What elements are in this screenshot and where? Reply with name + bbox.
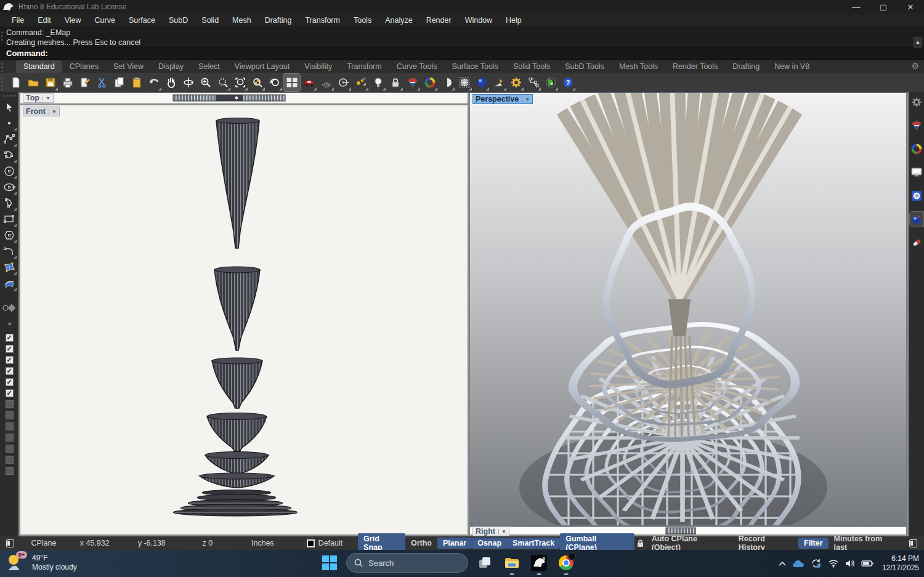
layer-checkbox[interactable]: ✓ (6, 367, 14, 375)
viewport-layout-icon[interactable] (283, 74, 300, 91)
file-explorer-icon[interactable] (501, 552, 522, 573)
tab-set-view[interactable]: Set View (106, 60, 151, 73)
menu-curve[interactable]: Curve (88, 15, 122, 26)
layer-checkbox[interactable] (6, 445, 14, 453)
menu-file[interactable]: File (5, 15, 31, 26)
tab-viewport-layout[interactable]: Viewport Layout (227, 60, 297, 73)
chevron-down-icon[interactable]: ▼ (43, 95, 51, 101)
panel-gear-icon[interactable] (910, 95, 923, 110)
tab-drafting[interactable]: Drafting (725, 60, 767, 73)
select-arrow-icon[interactable] (1, 99, 17, 115)
fillet-curve-icon[interactable] (1, 243, 17, 259)
menu-edit[interactable]: Edit (31, 15, 58, 26)
sidebar-expand-chevron[interactable]: » (7, 320, 10, 327)
new-document-icon[interactable] (7, 74, 24, 91)
color-wheel-icon[interactable] (421, 74, 438, 91)
wireframe-sphere-icon[interactable] (456, 74, 472, 91)
light-bulb-icon[interactable] (370, 74, 386, 91)
tab-transform[interactable]: Transform (339, 60, 389, 73)
menu-mesh[interactable]: Mesh (225, 15, 258, 26)
layer-checkbox[interactable] (6, 422, 14, 430)
command-prompt-input[interactable]: Command: (0, 48, 924, 60)
polygon-icon[interactable] (1, 227, 17, 243)
viewport-perspective-label[interactable]: Perspective▼ (472, 94, 533, 104)
control-point-curve-icon[interactable] (1, 131, 17, 147)
search-input[interactable]: Search (346, 553, 468, 573)
tab-new-in-v8[interactable]: New in V8 (767, 60, 817, 73)
command-history[interactable]: Command: _EMap Creating meshes... Press … (0, 26, 924, 48)
tab-standard[interactable]: Standard (16, 60, 62, 73)
osnap-gear-icon[interactable] (1, 300, 17, 316)
clock-widget[interactable]: 6:14 PM 12/17/2025 (882, 554, 919, 573)
layer-checkbox[interactable]: ✓ (6, 345, 14, 353)
wifi-icon[interactable] (828, 559, 839, 568)
close-button[interactable]: ✕ (897, 0, 924, 14)
weather-widget[interactable]: ☁ 9+ 49°F Mostly cloudy (6, 552, 77, 573)
viewport-perspective[interactable]: Perspective▼ (469, 92, 907, 526)
layer-checkbox[interactable]: ✓ (6, 389, 14, 397)
panel-toggle-right-icon[interactable] (909, 539, 917, 547)
materials-tube-panel-icon[interactable] (910, 235, 923, 250)
curve-through-points-icon[interactable] (1, 147, 17, 163)
render-car-icon[interactable] (301, 74, 317, 91)
cut-icon[interactable] (94, 74, 110, 91)
zoom-dynamic-icon[interactable] (214, 74, 231, 91)
arc-icon[interactable] (1, 195, 17, 211)
menu-subd[interactable]: SubD (162, 15, 195, 26)
tab-display[interactable]: Display (151, 60, 191, 73)
task-view-icon[interactable] (474, 552, 495, 573)
help-icon[interactable]: ? (559, 74, 576, 91)
status-cplane[interactable]: CPlane (20, 539, 67, 547)
edit-properties-icon[interactable] (76, 74, 93, 91)
battery-icon[interactable] (861, 560, 873, 567)
circle-icon[interactable] (1, 163, 17, 179)
open-file-icon[interactable] (25, 74, 41, 91)
menu-help[interactable]: Help (499, 15, 529, 26)
chevron-down-icon[interactable]: ▼ (498, 529, 506, 535)
menu-surface[interactable]: Surface (122, 15, 162, 26)
volume-icon[interactable] (845, 559, 855, 568)
earth-web-icon[interactable] (542, 74, 559, 91)
tab-options-gear-icon[interactable]: ⚙ (911, 61, 919, 71)
viewport-right-label[interactable]: Right▼ (472, 527, 509, 536)
status-units[interactable]: Inches (234, 539, 291, 547)
tab-mesh-tools[interactable]: Mesh Tools (612, 60, 665, 73)
menu-drafting[interactable]: Drafting (258, 15, 299, 26)
undo-icon[interactable] (145, 74, 162, 91)
tab-render-tools[interactable]: Render Tools (665, 60, 725, 73)
spotlight-icon[interactable] (490, 74, 507, 91)
help-panel-icon[interactable]: ? (910, 188, 923, 203)
layer-checkbox[interactable]: ✓ (6, 334, 14, 342)
maximize-button[interactable]: ▢ (870, 0, 897, 14)
tab-curve-tools[interactable]: Curve Tools (389, 60, 445, 73)
toggle-filter[interactable]: Filter (798, 538, 829, 549)
layer-checkbox[interactable] (6, 400, 14, 408)
point-icon[interactable] (1, 115, 17, 131)
tab-cplanes[interactable]: CPlanes (62, 60, 106, 73)
menu-solid[interactable]: Solid (195, 15, 225, 26)
layer-checkbox[interactable]: ✓ (6, 356, 14, 364)
viewport-top[interactable]: Top▼ (20, 92, 468, 104)
display-color-panel-icon[interactable] (910, 142, 923, 156)
tab-solid-tools[interactable]: Solid Tools (506, 60, 557, 73)
zoom-in-icon[interactable] (197, 74, 214, 91)
shaded-sphere-icon[interactable] (439, 74, 455, 91)
render-sphere-icon[interactable] (473, 74, 490, 91)
layer-checkbox[interactable] (6, 434, 14, 442)
viewport-front-label[interactable]: Front▼ (23, 107, 60, 116)
tab-subd-tools[interactable]: SubD Tools (557, 60, 612, 73)
viewport-front[interactable]: Front▼ (20, 105, 468, 535)
tab-visibility[interactable]: Visibility (297, 60, 339, 73)
rotate-view-icon[interactable] (180, 74, 197, 91)
chevron-down-icon[interactable]: ▼ (522, 97, 530, 102)
ellipse-icon[interactable] (1, 179, 17, 195)
tray-chevron-up-icon[interactable] (779, 561, 786, 566)
options-gear-icon[interactable] (508, 74, 524, 91)
menu-view[interactable]: View (58, 15, 88, 26)
undo-view-change-icon[interactable] (266, 74, 283, 91)
analyze-grid-icon[interactable] (318, 74, 334, 91)
panel-toggle-icon[interactable] (6, 539, 14, 547)
layers-panel-icon[interactable] (910, 118, 923, 133)
copy-icon[interactable] (111, 74, 128, 91)
menu-transform[interactable]: Transform (298, 15, 347, 26)
